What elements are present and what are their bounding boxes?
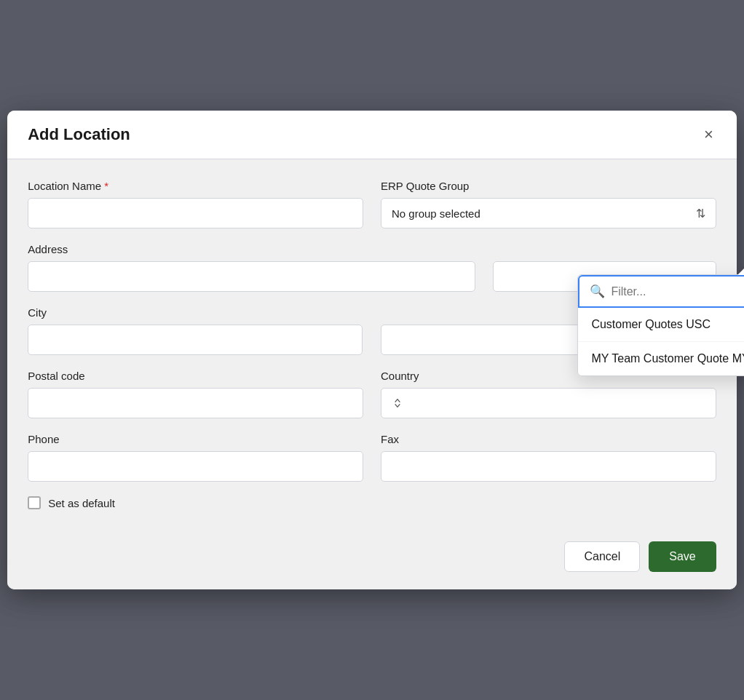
form-row-4: Postal code Country bbox=[28, 370, 716, 418]
spinner-icon: ⇅ bbox=[696, 207, 705, 220]
erp-group-group: ERP Quote Group No group selected ⇅ 🔍 Cu… bbox=[381, 180, 716, 228]
filter-input-wrapper: 🔍 bbox=[578, 275, 744, 308]
filter-input[interactable] bbox=[611, 285, 744, 298]
city-input[interactable] bbox=[28, 325, 363, 355]
postal-code-group: Postal code bbox=[28, 370, 363, 418]
set-default-label: Set as default bbox=[48, 497, 115, 509]
erp-group-dropdown: 🔍 Customer Quotes USC MY Team Customer Q… bbox=[577, 274, 744, 376]
postal-code-label: Postal code bbox=[28, 370, 363, 382]
location-name-input[interactable] bbox=[28, 198, 363, 228]
fax-label: Fax bbox=[381, 433, 716, 445]
add-location-dialog: Add Location × Location Name* ERP Quote … bbox=[7, 111, 737, 589]
address-group: Address bbox=[28, 243, 475, 292]
form-row-1: Location Name* ERP Quote Group No group … bbox=[28, 180, 716, 228]
required-star: * bbox=[104, 180, 108, 192]
location-name-group: Location Name* bbox=[28, 180, 363, 228]
country-select[interactable] bbox=[381, 388, 716, 418]
form-row-5: Phone Fax bbox=[28, 433, 716, 482]
set-default-checkbox[interactable] bbox=[28, 496, 41, 509]
fax-input[interactable] bbox=[381, 451, 716, 482]
address-label: Address bbox=[28, 243, 475, 255]
dropdown-arrow bbox=[737, 268, 744, 275]
dropdown-item-0[interactable]: Customer Quotes USC bbox=[578, 308, 744, 342]
phone-input[interactable] bbox=[28, 451, 363, 482]
location-name-label: Location Name* bbox=[28, 180, 363, 192]
dropdown-item-1[interactable]: MY Team Customer Quote MYQ bbox=[578, 342, 744, 375]
save-button[interactable]: Save bbox=[649, 541, 716, 572]
dialog-body: Location Name* ERP Quote Group No group … bbox=[7, 159, 737, 530]
erp-group-label: ERP Quote Group bbox=[381, 180, 716, 192]
close-button[interactable]: × bbox=[698, 124, 719, 146]
dialog-overlay: Add Location × Location Name* ERP Quote … bbox=[0, 0, 744, 700]
erp-group-select-button[interactable]: No group selected ⇅ bbox=[381, 198, 716, 228]
search-icon: 🔍 bbox=[590, 284, 605, 299]
dialog-footer: Cancel Save bbox=[7, 530, 737, 589]
dialog-header: Add Location × bbox=[7, 111, 737, 159]
erp-group-selected-value: No group selected bbox=[392, 207, 480, 220]
city-group: City bbox=[28, 306, 363, 355]
city-label: City bbox=[28, 306, 363, 319]
cancel-button[interactable]: Cancel bbox=[564, 541, 640, 572]
dialog-title: Add Location bbox=[28, 125, 130, 144]
address-input[interactable] bbox=[28, 261, 475, 292]
fax-group: Fax bbox=[381, 433, 716, 482]
phone-group: Phone bbox=[28, 433, 363, 482]
set-default-row: Set as default bbox=[28, 496, 716, 509]
postal-code-input[interactable] bbox=[28, 388, 363, 418]
country-group: Country bbox=[381, 370, 716, 418]
phone-label: Phone bbox=[28, 433, 363, 445]
